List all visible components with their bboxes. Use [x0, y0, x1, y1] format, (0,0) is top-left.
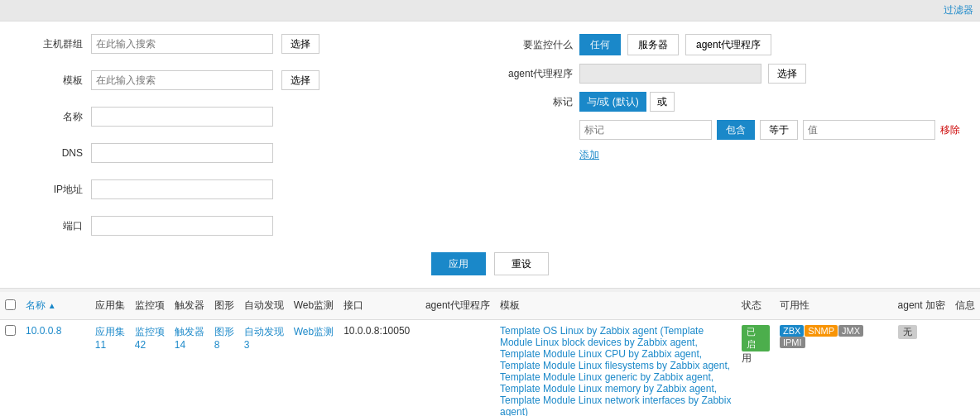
col-info: 信息 — [950, 292, 980, 320]
port-label: 端口 — [17, 219, 83, 233]
zbx-badge: ZBX — [780, 325, 804, 337]
col-auto-discover-label: 自动发现 — [244, 299, 284, 311]
col-graph-label: 图形 — [214, 299, 234, 311]
trigger-link[interactable]: 触发器14 — [175, 326, 204, 351]
apply-btn[interactable]: 应用 — [431, 252, 486, 275]
col-template-label: 模板 — [500, 299, 520, 311]
status-cell: 已启用 — [737, 320, 775, 417]
template-input[interactable] — [91, 70, 273, 90]
monitor-any-btn[interactable]: 任何 — [579, 34, 621, 55]
graph-link[interactable]: 图形8 — [214, 326, 234, 351]
tag-and-btn[interactable]: 与/或 (默认) — [579, 92, 646, 112]
agent-proxy-cell — [420, 320, 495, 417]
col-trigger-label: 触发器 — [175, 299, 204, 311]
col-interface-label: 接口 — [343, 299, 363, 311]
select-all-checkbox[interactable] — [5, 299, 16, 310]
col-web-monitor-label: Web监测 — [294, 299, 334, 311]
value-input[interactable] — [803, 120, 935, 140]
col-template: 模板 — [495, 292, 737, 320]
ip-input[interactable] — [91, 179, 273, 199]
remove-tag-btn[interactable]: 移除 — [940, 123, 960, 137]
col-app-set: 应用集 — [90, 292, 130, 320]
jmx-badge: JMX — [838, 325, 863, 337]
tag-value-input[interactable] — [579, 120, 712, 140]
encrypt-badge: 无 — [898, 325, 917, 339]
agent-select-btn[interactable]: 选择 — [768, 64, 806, 84]
monitor-server-btn[interactable]: 服务器 — [627, 34, 679, 55]
col-agent-proxy-label: agent代理程序 — [425, 299, 490, 311]
agent-input[interactable] — [579, 64, 761, 84]
ip-label: IP地址 — [17, 183, 83, 197]
col-agent-proxy: agent代理程序 — [420, 292, 495, 320]
name-input[interactable] — [91, 107, 273, 127]
col-status: 状态 — [737, 292, 775, 320]
ipmi-badge: IPMI — [780, 337, 805, 348]
monitor-what-label: 要监控什么 — [507, 38, 573, 52]
col-status-label: 状态 — [742, 299, 761, 311]
col-availability-label: 可用性 — [780, 299, 809, 311]
dns-input[interactable] — [91, 143, 273, 163]
snmp-badge: SNMP — [805, 325, 838, 337]
contains-btn[interactable]: 包含 — [717, 120, 755, 140]
row-checkbox[interactable] — [5, 325, 16, 336]
col-availability: 可用性 — [775, 292, 893, 320]
agent-program-label: agent代理程序 — [507, 67, 573, 81]
table-row: 10.0.0.8应用集11监控项42触发器14图形8自动发现3Web监测10.0… — [0, 320, 980, 417]
template-label: 模板 — [17, 74, 83, 88]
reset-btn[interactable]: 重设 — [494, 252, 549, 275]
col-trigger: 触发器 — [170, 292, 209, 320]
col-monitor: 监控项 — [130, 292, 170, 320]
tag-label: 标记 — [507, 95, 573, 109]
monitor-agent-btn[interactable]: agent代理程序 — [685, 34, 771, 55]
template-cell: Template OS Linux by Zabbix agent (Templ… — [495, 320, 737, 417]
template-select-btn[interactable]: 选择 — [281, 70, 319, 90]
monitor-link[interactable]: 监控项42 — [135, 326, 165, 351]
host-group-select-btn[interactable]: 选择 — [281, 34, 319, 54]
app-set-link[interactable]: 应用集11 — [95, 326, 125, 351]
host-name-link[interactable]: 10.0.0.8 — [26, 325, 61, 337]
tag-or-btn[interactable]: 或 — [650, 92, 675, 112]
port-input[interactable] — [91, 216, 273, 236]
info-cell — [950, 320, 980, 417]
auto-discover-link[interactable]: 自动发现3 — [244, 326, 284, 351]
col-interface: 接口 — [339, 292, 420, 320]
col-agent-encrypt-label: agent 加密 — [898, 299, 945, 311]
col-auto-discover: 自动发现 — [239, 292, 289, 320]
col-name-label: 名称 — [26, 299, 56, 311]
col-graph: 图形 — [209, 292, 239, 320]
equals-btn[interactable]: 等于 — [760, 120, 798, 140]
col-app-set-label: 应用集 — [95, 299, 125, 311]
name-label: 名称 — [17, 110, 83, 124]
web-monitor-link[interactable]: Web监测 — [294, 326, 334, 337]
col-agent-encrypt: agent 加密 — [893, 292, 950, 320]
col-web-monitor: Web监测 — [289, 292, 339, 320]
add-tag-btn[interactable]: 添加 — [579, 148, 599, 162]
dns-label: DNS — [17, 147, 83, 159]
col-monitor-label: 监控项 — [135, 299, 165, 311]
status-badge: 已启 — [742, 325, 770, 351]
host-group-label: 主机群组 — [17, 37, 83, 51]
col-name[interactable]: 名称 — [21, 292, 90, 320]
availability-cell: ZBXSNMPJMXIPMI — [775, 320, 893, 417]
filter-header-label[interactable]: 过滤器 — [944, 4, 973, 16]
interface-cell: 10.0.0.8:10050 — [339, 320, 420, 417]
host-group-input[interactable] — [91, 34, 273, 54]
encrypt-cell: 无 — [893, 320, 950, 417]
col-info-label: 信息 — [955, 299, 975, 311]
